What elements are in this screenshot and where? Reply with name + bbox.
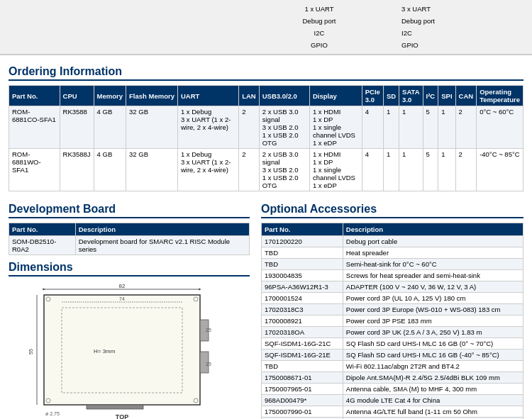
- diag-row-debug: Debug port: [248, 15, 390, 27]
- acc-col-desc: Description: [343, 223, 523, 236]
- col-pcie: PCIe3.0: [362, 86, 383, 106]
- accessories-cell-1: 4G module LTE Cat 4 for China: [343, 395, 523, 406]
- ordering-cell-4: 1 x Debug 3 x UART (1 x 2-wire, 2 x 4-wi…: [177, 149, 238, 191]
- accessories-cell-0: TBD: [262, 361, 343, 372]
- diag-row-gpio: GPIO: [248, 39, 390, 51]
- dev-col-partno: Part No.: [9, 223, 76, 236]
- svg-text:15: 15: [206, 362, 211, 367]
- svg-text:55: 55: [28, 349, 33, 354]
- accessories-cell-1: Debug port cable: [343, 236, 523, 247]
- svg-text:25: 25: [206, 328, 211, 333]
- ordering-table: Part No. CPU Memory Flash Memory UART LA…: [9, 85, 523, 191]
- ordering-cell-5: 2: [239, 106, 260, 149]
- ordering-section-title: Ordering Information: [9, 65, 523, 81]
- accessories-cell-0: 1700001524: [262, 293, 343, 304]
- accessories-row: 17020318OAPower cord 3P UK (2.5 A / 3 A,…: [262, 327, 523, 338]
- diag-right-i2c: I2C: [401, 27, 482, 39]
- col-flash: Flash Memory: [126, 86, 178, 106]
- col-memory: Memory: [94, 86, 126, 106]
- ordering-cell-3: 32 GB: [126, 149, 178, 191]
- accessories-cell-1: SQ Flash SD card UHS-I MLC 16 GB (-40° ~…: [343, 350, 523, 361]
- ordering-cell-1: RK3588J: [60, 149, 94, 191]
- accessories-cell-0: 17020318OA: [262, 327, 343, 338]
- accessories-cell-0: TBD: [262, 247, 343, 259]
- diag-right-gpio: GPIO: [401, 39, 482, 51]
- accessories-cell-0: SQF-ISDM1-16G-21E: [262, 350, 343, 361]
- accessories-cell-0: 1930004835: [262, 270, 343, 281]
- col-display: Display: [309, 86, 362, 106]
- accessories-cell-1: Power cord 3P Europe (WS-010 + WS-083) 1…: [343, 304, 523, 315]
- diag-row-uart: 1 x UART: [248, 3, 390, 15]
- ordering-cell-10: 1: [399, 149, 423, 191]
- accessories-cell-0: TBD: [262, 259, 343, 270]
- accessories-cell-0: 1700008921: [262, 315, 343, 327]
- col-temp: OperatingTemperature: [477, 86, 523, 106]
- accessories-row: SQF-ISDM1-16G-21CSQ Flash SD card UHS-I …: [262, 338, 523, 350]
- svg-text:TOP: TOP: [116, 413, 128, 419]
- accessories-row: 1750007965-01Antenna cable, SMA (M) to M…: [262, 384, 523, 395]
- accessories-cell-0: 96PSA-A36W12R1-3: [262, 281, 343, 293]
- col-partno: Part No.: [9, 86, 60, 106]
- diag-row-i2c: I2C: [248, 27, 390, 39]
- ordering-cell-7: 1 x HDMI 1 x DP 1 x single channel LVDS …: [309, 106, 362, 149]
- ordering-cell-1: RK3588: [60, 106, 94, 149]
- accessories-cell-0: 1750007965-01: [262, 384, 343, 395]
- accessories-section-title: Optional Accessories: [261, 203, 523, 218]
- ordering-cell-2: 4 GB: [94, 149, 126, 191]
- accessories-cell-1: Power cord 3P PSE 183 mm: [343, 315, 523, 327]
- ordering-table-row: ROM-6881CO-SFA1RK35884 GB32 GB1 x Debug …: [9, 106, 523, 149]
- accessories-row: 1750008671-01Dipole Ant.SMA(M)-R 2.4/5G …: [262, 372, 523, 384]
- ordering-table-row: ROM-6881WO-SFA1RK3588J4 GB32 GB1 x Debug…: [9, 149, 523, 191]
- diag-right-debug: Debug port: [401, 15, 482, 27]
- accessories-row: 1700008921Power cord 3P PSE 183 mm: [262, 315, 523, 327]
- accessories-cell-1: Power cord 3P UK (2.5 A / 3 A, 250 V) 1.…: [343, 327, 523, 338]
- accessories-row: 96PSA-A36W12R1-3ADAPTER (100 V ~ 240 V, …: [262, 281, 523, 293]
- ordering-cell-5: 2: [239, 149, 260, 191]
- top-diagram: 1 x UART Debug port I2C GPIO 3 x UART De…: [0, 0, 532, 55]
- ordering-cell-12: 1: [438, 106, 455, 149]
- accessories-table: Part No. Description 1701200220Debug por…: [261, 223, 523, 419]
- ordering-cell-7: 1 x HDMI 1 x DP 1 x single channel LVDS …: [309, 149, 362, 191]
- dimensions-diagram: 82 74 55 H= 3mm ø 2.75: [9, 281, 250, 419]
- col-can: CAN: [455, 86, 477, 106]
- col-usb: USB3.0/2.0: [259, 86, 309, 106]
- ordering-cell-9: 1: [383, 106, 399, 149]
- svg-text:74: 74: [119, 296, 125, 301]
- ordering-cell-12: 1: [438, 149, 455, 191]
- ordering-cell-11: 5: [423, 106, 438, 149]
- accessories-cell-1: Antenna 4G/LTE full band (1-11 cm 50 Ohm: [343, 406, 523, 418]
- ordering-cell-3: 32 GB: [126, 106, 178, 149]
- col-spi: SPI: [438, 86, 455, 106]
- col-i2c: I²C: [423, 86, 438, 106]
- dev-board-table: Part No. Description SOM-DB2510-R0A2Deve…: [9, 223, 250, 255]
- ordering-cell-13: 2: [455, 106, 477, 149]
- col-sd: SD: [383, 86, 399, 106]
- ordering-cell-8: 4: [362, 106, 383, 149]
- accessories-cell-0: 1750008671-01: [262, 372, 343, 384]
- accessories-row: 968AD00479*4G module LTE Cat 4 for China: [262, 395, 523, 406]
- accessories-cell-1: Semi-heat-sink for 0°C ~ 60°C: [343, 259, 523, 270]
- ordering-cell-6: 2 x USB 3.0 signal 3 x USB 2.0 1 x USB 2…: [259, 149, 309, 191]
- ordering-cell-6: 2 x USB 3.0 signal 3 x USB 2.0 1 x USB 2…: [259, 106, 309, 149]
- accessories-row: SQF-ISDM1-16G-21ESQ Flash SD card UHS-I …: [262, 350, 523, 361]
- accessories-row: 1700001524Power cord 3P (UL 10 A, 125 V)…: [262, 293, 523, 304]
- svg-rect-0: [44, 295, 200, 405]
- acc-col-partno: Part No.: [262, 223, 343, 236]
- accessories-cell-0: 17020318C3: [262, 304, 343, 315]
- ordering-cell-4: 1 x Debug 3 x UART (1 x 2-wire, 2 x 4-wi…: [177, 106, 238, 149]
- ordering-cell-14: -40°C ~ 85°C: [477, 149, 523, 191]
- accessories-cell-0: 1701200220: [262, 236, 343, 247]
- dev-board-cell-1: Development board for SMARC v2.1 RISC Mo…: [75, 236, 249, 255]
- ordering-cell-13: 2: [455, 149, 477, 191]
- col-uart: UART: [177, 86, 238, 106]
- accessories-cell-1: Screws for heat spreader and semi-heat-s…: [343, 270, 523, 281]
- ordering-cell-2: 4 GB: [94, 106, 126, 149]
- ordering-cell-11: 5: [423, 149, 438, 191]
- col-sata: SATA3.0: [399, 86, 423, 106]
- accessories-row: TBDHeat spreader: [262, 247, 523, 259]
- col-lan: LAN: [239, 86, 260, 106]
- accessories-cell-1: Power cord 3P (UL 10 A, 125 V) 180 cm: [343, 293, 523, 304]
- accessories-row: TBDWi-Fi 802.11ac/abgn 2T2R and BT4.2: [262, 361, 523, 372]
- svg-text:ø 2.75: ø 2.75: [45, 411, 60, 416]
- accessories-cell-1: Heat spreader: [343, 247, 523, 259]
